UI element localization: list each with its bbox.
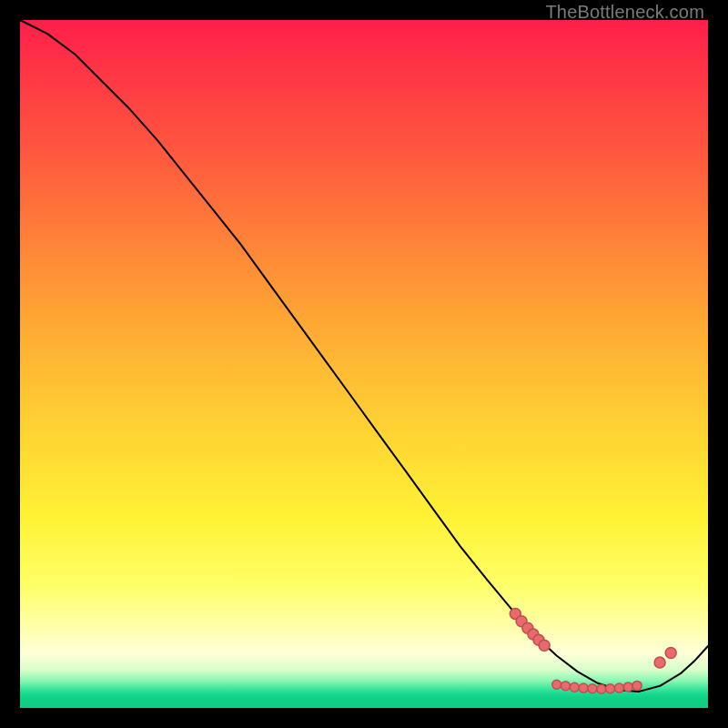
data-marker <box>552 680 561 689</box>
chart-frame: TheBottleneck.com <box>0 0 728 728</box>
curve-path <box>20 20 708 692</box>
data-marker <box>579 683 588 693</box>
data-marker <box>539 640 550 651</box>
plot-area <box>20 20 708 708</box>
data-marker <box>623 682 632 692</box>
curve-svg <box>20 20 708 708</box>
data-marker <box>654 657 665 668</box>
data-marker <box>588 684 597 693</box>
data-marker <box>597 684 606 693</box>
data-marker <box>561 682 571 691</box>
watermark-text: TheBottleneck.com <box>545 2 704 23</box>
data-marker <box>615 683 624 693</box>
data-marker <box>606 684 615 693</box>
data-marker <box>570 682 579 692</box>
data-marker <box>665 648 676 659</box>
data-marker <box>632 681 642 690</box>
